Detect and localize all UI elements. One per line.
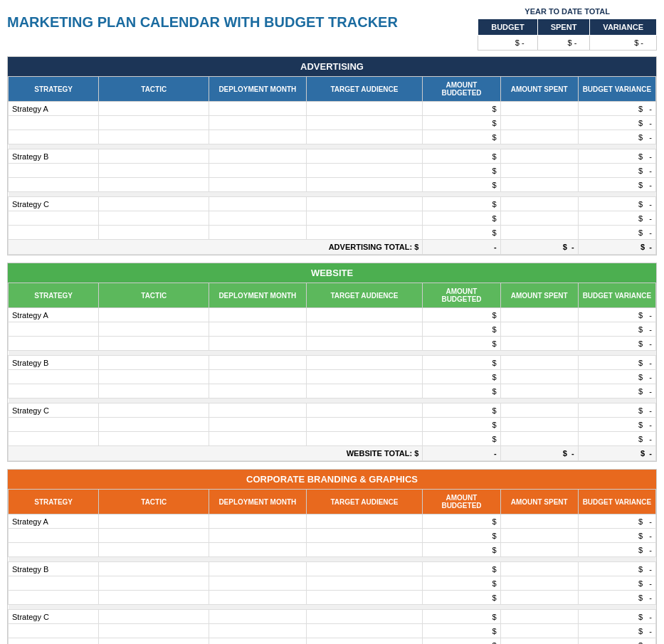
- variance-cell[interactable]: $ -: [578, 130, 655, 144]
- budgeted-cell[interactable]: $: [423, 308, 500, 322]
- deploy-cell[interactable]: [209, 576, 307, 591]
- budgeted-cell[interactable]: $: [423, 576, 500, 591]
- budgeted-cell[interactable]: $: [423, 102, 500, 116]
- spent-cell[interactable]: [500, 178, 578, 192]
- tactic-cell[interactable]: [99, 562, 209, 576]
- variance-cell[interactable]: $ -: [578, 116, 655, 130]
- spent-cell[interactable]: [500, 356, 578, 370]
- spent-cell[interactable]: [500, 624, 578, 638]
- deploy-cell[interactable]: [209, 610, 307, 624]
- target-cell[interactable]: [306, 562, 423, 576]
- variance-cell[interactable]: $ -: [578, 591, 655, 605]
- budgeted-cell[interactable]: $: [423, 116, 500, 130]
- deploy-cell[interactable]: [209, 197, 307, 211]
- variance-cell[interactable]: $ -: [578, 322, 655, 337]
- spent-cell[interactable]: [500, 403, 578, 418]
- tactic-cell[interactable]: [99, 418, 209, 432]
- deploy-cell[interactable]: [209, 178, 307, 192]
- tactic-cell[interactable]: [99, 226, 209, 240]
- spent-cell[interactable]: [500, 591, 578, 605]
- spent-cell[interactable]: [500, 149, 578, 164]
- tactic-cell[interactable]: [99, 337, 209, 351]
- budgeted-cell[interactable]: $: [423, 226, 500, 240]
- budgeted-cell[interactable]: $: [423, 514, 500, 529]
- deploy-cell[interactable]: [209, 130, 307, 144]
- target-cell[interactable]: [306, 638, 423, 645]
- deploy-cell[interactable]: [209, 562, 307, 576]
- tactic-cell[interactable]: [99, 164, 209, 178]
- tactic-cell[interactable]: [99, 638, 209, 645]
- deploy-cell[interactable]: [209, 149, 307, 164]
- tactic-cell[interactable]: [99, 178, 209, 192]
- budgeted-cell[interactable]: $: [423, 322, 500, 337]
- budgeted-cell[interactable]: $: [423, 610, 500, 624]
- tactic-cell[interactable]: [99, 308, 209, 322]
- budgeted-cell[interactable]: $: [423, 130, 500, 144]
- deploy-cell[interactable]: [209, 529, 307, 543]
- spent-cell[interactable]: [500, 384, 578, 398]
- variance-cell[interactable]: $ -: [578, 178, 655, 192]
- tactic-cell[interactable]: [99, 543, 209, 557]
- budgeted-cell[interactable]: $: [423, 543, 500, 557]
- tactic-cell[interactable]: [99, 211, 209, 226]
- tactic-cell[interactable]: [99, 322, 209, 337]
- spent-cell[interactable]: [500, 130, 578, 144]
- deploy-cell[interactable]: [209, 308, 307, 322]
- spent-cell[interactable]: [500, 197, 578, 211]
- budgeted-cell[interactable]: $: [423, 164, 500, 178]
- deploy-cell[interactable]: [209, 514, 307, 529]
- target-cell[interactable]: [306, 370, 423, 384]
- tactic-cell[interactable]: [99, 370, 209, 384]
- budgeted-cell[interactable]: $: [423, 370, 500, 384]
- tactic-cell[interactable]: [99, 514, 209, 529]
- variance-cell[interactable]: $ -: [578, 197, 655, 211]
- spent-cell[interactable]: [500, 576, 578, 591]
- variance-cell[interactable]: $ -: [578, 562, 655, 576]
- budgeted-cell[interactable]: $: [423, 529, 500, 543]
- tactic-cell[interactable]: [99, 591, 209, 605]
- budgeted-cell[interactable]: $: [423, 337, 500, 351]
- variance-cell[interactable]: $ -: [578, 638, 655, 645]
- deploy-cell[interactable]: [209, 384, 307, 398]
- deploy-cell[interactable]: [209, 638, 307, 645]
- variance-cell[interactable]: $ -: [578, 308, 655, 322]
- tactic-cell[interactable]: [99, 102, 209, 116]
- budgeted-cell[interactable]: $: [423, 211, 500, 226]
- spent-cell[interactable]: [500, 370, 578, 384]
- deploy-cell[interactable]: [209, 102, 307, 116]
- target-cell[interactable]: [306, 610, 423, 624]
- target-cell[interactable]: [306, 432, 423, 446]
- target-cell[interactable]: [306, 624, 423, 638]
- tactic-cell[interactable]: [99, 610, 209, 624]
- variance-cell[interactable]: $ -: [578, 576, 655, 591]
- target-cell[interactable]: [306, 576, 423, 591]
- spent-cell[interactable]: [500, 418, 578, 432]
- tactic-cell[interactable]: [99, 403, 209, 418]
- spent-cell[interactable]: [500, 308, 578, 322]
- target-cell[interactable]: [306, 418, 423, 432]
- spent-cell[interactable]: [500, 514, 578, 529]
- target-cell[interactable]: [306, 116, 423, 130]
- spent-cell[interactable]: [500, 543, 578, 557]
- target-cell[interactable]: [306, 197, 423, 211]
- deploy-cell[interactable]: [209, 226, 307, 240]
- target-cell[interactable]: [306, 337, 423, 351]
- tactic-cell[interactable]: [99, 432, 209, 446]
- spent-cell[interactable]: [500, 211, 578, 226]
- target-cell[interactable]: [306, 591, 423, 605]
- deploy-cell[interactable]: [209, 164, 307, 178]
- deploy-cell[interactable]: [209, 356, 307, 370]
- budgeted-cell[interactable]: $: [423, 149, 500, 164]
- target-cell[interactable]: [306, 322, 423, 337]
- variance-cell[interactable]: $ -: [578, 624, 655, 638]
- variance-cell[interactable]: $ -: [578, 384, 655, 398]
- target-cell[interactable]: [306, 102, 423, 116]
- variance-cell[interactable]: $ -: [578, 211, 655, 226]
- tactic-cell[interactable]: [99, 130, 209, 144]
- spent-cell[interactable]: [500, 529, 578, 543]
- variance-cell[interactable]: $ -: [578, 610, 655, 624]
- spent-cell[interactable]: [500, 116, 578, 130]
- target-cell[interactable]: [306, 130, 423, 144]
- tactic-cell[interactable]: [99, 356, 209, 370]
- budgeted-cell[interactable]: $: [423, 418, 500, 432]
